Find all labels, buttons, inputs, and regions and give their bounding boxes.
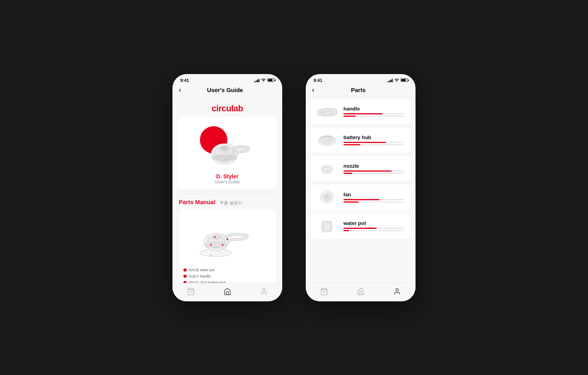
- part-row-1: [343, 228, 406, 229]
- part-bar: [343, 144, 360, 145]
- svg-point-29: [263, 288, 265, 291]
- svg-point-4: [224, 159, 225, 160]
- nav-header-right: ‹ Parts: [306, 84, 416, 97]
- part-bar-wrap: [343, 144, 404, 145]
- svg-point-16: [211, 251, 212, 252]
- parts-legend: 워터팟 water pot 손잡이 handle 배터리 허브 battery …: [183, 268, 271, 283]
- wifi-icon: [261, 78, 266, 83]
- part-details-water-pot: [343, 228, 406, 231]
- part-img-water-pot: [315, 217, 339, 235]
- page-title-right: Parts: [318, 87, 399, 93]
- part-img-handle: [315, 103, 339, 120]
- svg-point-17: [216, 251, 217, 252]
- product-name: D. Styler User's Guide: [215, 173, 240, 184]
- back-button-left[interactable]: ‹: [179, 86, 181, 94]
- parts-list: handle: [306, 97, 416, 243]
- status-icons-left: [254, 78, 274, 83]
- part-bar-wrap: [343, 113, 404, 114]
- part-name-battery-hub: battery hub: [343, 134, 406, 140]
- part-card-handle[interactable]: handle: [310, 99, 411, 124]
- svg-point-5: [229, 158, 230, 159]
- product-illustration: [192, 123, 263, 170]
- nav-header-left: ‹ User's Guide: [172, 84, 282, 97]
- legend-item-handle: 손잡이 handle: [183, 274, 271, 279]
- part-bar-wrap: [343, 228, 404, 229]
- tab-home-left[interactable]: [223, 287, 232, 296]
- brand-name: circulab: [172, 97, 282, 117]
- tab-home-right[interactable]: [356, 287, 365, 296]
- wifi-icon-right: [394, 78, 399, 83]
- part-bar-wrap: [343, 230, 404, 231]
- signal-icon-right: [388, 78, 393, 82]
- svg-point-41: [396, 288, 399, 291]
- legend-dot: [183, 268, 187, 272]
- part-name-water-pot: water pot: [343, 220, 406, 226]
- part-bar: [343, 116, 356, 117]
- part-row-2: [343, 201, 406, 203]
- legend-label: 배터리 허브 battery hub: [189, 280, 226, 283]
- tab-cart-right[interactable]: [320, 287, 328, 296]
- part-row-2: [343, 230, 406, 231]
- part-row-1: [343, 113, 406, 114]
- svg-point-22: [205, 242, 228, 248]
- parts-title: Parts Manual: [179, 199, 215, 205]
- part-info-handle: handle: [343, 106, 406, 117]
- part-bar-wrap: [343, 199, 404, 200]
- tab-bar-left: [172, 283, 282, 301]
- svg-point-23: [212, 235, 220, 239]
- right-content: handle: [306, 97, 416, 283]
- left-phone: 9:41 ‹ User's Guide circulab: [172, 74, 282, 301]
- device-svg: [204, 135, 255, 166]
- part-img-fan: [315, 188, 339, 206]
- part-bar-wrap: [343, 116, 404, 117]
- divider-1: [179, 194, 276, 194]
- battery-icon-right: [401, 78, 408, 82]
- tab-profile-right[interactable]: [393, 287, 401, 296]
- part-card-battery-hub[interactable]: battery hub: [310, 127, 411, 153]
- part-info-fan: fan: [343, 192, 406, 203]
- part-bar-wrap: [343, 201, 404, 203]
- legend-item-batteryhub: 배터리 허브 battery hub: [183, 280, 271, 283]
- part-details-nozzle: [343, 170, 406, 174]
- part-card-nozzle[interactable]: nozzle: [310, 156, 411, 181]
- status-time-left: 9:41: [180, 78, 189, 83]
- part-card-fan[interactable]: fan: [310, 185, 411, 210]
- svg-rect-34: [323, 167, 331, 172]
- svg-point-18: [220, 251, 221, 252]
- part-bar: [343, 201, 359, 203]
- part-info-nozzle: nozzle: [343, 163, 406, 174]
- status-bar-right: 9:41: [306, 74, 416, 84]
- part-img-battery-hub: [315, 131, 339, 149]
- part-bar: [343, 142, 386, 143]
- part-details-battery-hub: [343, 142, 406, 145]
- svg-point-32: [322, 137, 332, 141]
- svg-point-26: [214, 236, 216, 238]
- svg-rect-39: [323, 222, 331, 231]
- svg-point-7: [230, 156, 231, 157]
- part-name-nozzle: nozzle: [343, 163, 406, 169]
- part-bar-wrap: [343, 142, 404, 143]
- tab-cart-left[interactable]: [187, 287, 195, 296]
- part-info-water-pot: water pot: [343, 220, 406, 231]
- svg-point-19: [211, 255, 211, 256]
- legend-dot: [183, 275, 187, 278]
- svg-point-15: [221, 253, 222, 254]
- tab-profile-left[interactable]: [260, 287, 268, 296]
- battery-icon: [267, 78, 274, 82]
- svg-point-27: [227, 238, 228, 240]
- legend-item-waterpot: 워터팟 water pot: [183, 268, 271, 273]
- part-name-handle: handle: [343, 106, 406, 112]
- svg-point-6: [218, 156, 219, 157]
- part-row-1: [343, 199, 406, 200]
- legend-label: 손잡이 handle: [189, 274, 211, 279]
- svg-point-12: [209, 253, 210, 254]
- status-bar-left: 9:41: [172, 74, 282, 84]
- exploded-diagram: [188, 214, 267, 264]
- part-img-nozzle: [315, 160, 339, 178]
- svg-point-9: [221, 146, 227, 150]
- part-bar: [343, 199, 379, 200]
- signal-icon: [254, 78, 260, 82]
- part-info-battery-hub: battery hub: [343, 134, 406, 145]
- part-card-water-pot[interactable]: water pot: [310, 213, 411, 239]
- back-button-right[interactable]: ‹: [312, 86, 314, 94]
